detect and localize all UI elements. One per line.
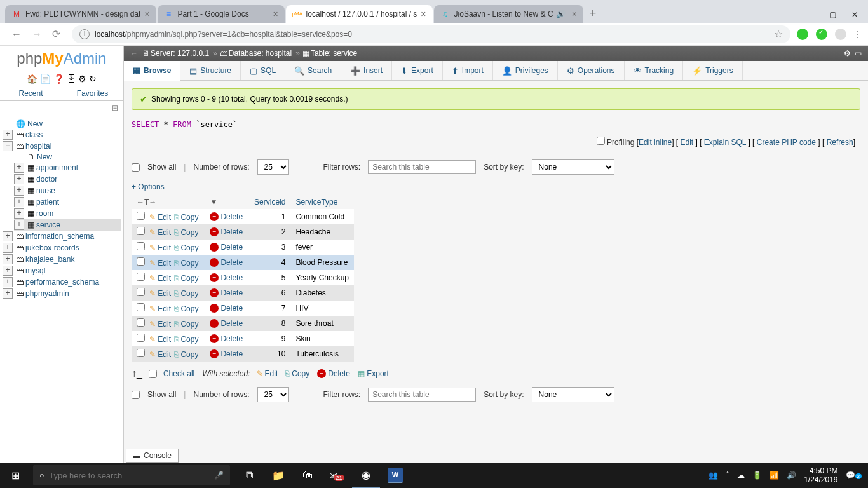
row-checkbox[interactable] bbox=[137, 334, 145, 342]
tab-export[interactable]: ⬇Export bbox=[392, 61, 443, 80]
tree-toggle-icon[interactable]: + bbox=[3, 254, 13, 264]
logout-icon[interactable]: 📄 bbox=[40, 74, 51, 84]
row-checkbox[interactable] bbox=[137, 227, 145, 235]
tree-table-nurse[interactable]: +▦nurse bbox=[14, 185, 121, 196]
close-window-button[interactable]: ✕ bbox=[851, 10, 858, 19]
edit-link[interactable]: Edit bbox=[680, 138, 693, 147]
delete-link[interactable]: Delete bbox=[220, 273, 243, 282]
forward-button[interactable]: → bbox=[27, 29, 47, 40]
bulk-delete[interactable]: Delete bbox=[328, 369, 350, 378]
tree-new[interactable]: 🌐New bbox=[3, 119, 121, 129]
refresh-link[interactable]: Refresh bbox=[827, 138, 853, 147]
tree-db-hospital[interactable]: −🗃hospital bbox=[3, 140, 121, 152]
row-checkbox[interactable] bbox=[137, 212, 145, 220]
copy-link[interactable]: Copy bbox=[180, 274, 198, 283]
tree-db-jukebox-records[interactable]: +🗃jukebox records bbox=[3, 242, 121, 254]
column-header-serviceid[interactable]: Serviceid bbox=[249, 195, 290, 209]
cell-serviceid[interactable]: 6 bbox=[249, 285, 290, 301]
tab-sql[interactable]: ▢SQL bbox=[241, 61, 285, 80]
tree-toggle-icon[interactable]: + bbox=[14, 186, 24, 196]
copy-link[interactable]: Copy bbox=[180, 304, 198, 313]
tree-db-phpmyadmin[interactable]: +🗃phpmyadmin bbox=[3, 288, 121, 299]
profile-avatar[interactable] bbox=[835, 29, 846, 40]
menu-icon[interactable]: ⋮ bbox=[854, 30, 862, 39]
tree-table-patient[interactable]: +▦patient bbox=[14, 196, 121, 208]
copy-link[interactable]: Copy bbox=[180, 335, 198, 344]
filter-input[interactable] bbox=[368, 160, 476, 174]
delete-link[interactable]: Delete bbox=[220, 349, 243, 358]
breadcrumb-server[interactable]: Server: 127.0.0.1 bbox=[151, 49, 209, 58]
copy-link[interactable]: Copy bbox=[180, 289, 198, 298]
tree-toggle-icon[interactable]: + bbox=[14, 174, 24, 184]
cell-servicetype[interactable]: Blood Pressure bbox=[290, 255, 354, 270]
tree-db-information_schema[interactable]: +🗃information_schema bbox=[3, 231, 121, 242]
edit-link[interactable]: Edit bbox=[158, 320, 171, 329]
options-toggle[interactable]: + Options bbox=[132, 182, 860, 191]
cell-servicetype[interactable]: fever bbox=[290, 240, 354, 255]
cell-serviceid[interactable]: 4 bbox=[249, 255, 290, 270]
tab-browse[interactable]: ▦Browse bbox=[124, 61, 180, 81]
tree-toggle-icon[interactable]: + bbox=[14, 220, 24, 230]
console-toggle[interactable]: ▬ Console bbox=[126, 449, 179, 463]
tree-toggle-icon[interactable]: + bbox=[14, 208, 24, 219]
tab-insert[interactable]: ➕Insert bbox=[341, 61, 392, 80]
tree-table-service[interactable]: +▦service bbox=[14, 219, 121, 231]
edit-link[interactable]: Edit bbox=[158, 289, 171, 298]
panel-handle-icon[interactable]: ← bbox=[130, 49, 138, 58]
minimize-button[interactable]: ─ bbox=[808, 10, 814, 19]
delete-link[interactable]: Delete bbox=[220, 227, 243, 236]
bulk-copy[interactable]: Copy bbox=[292, 369, 309, 378]
edit-link[interactable]: Edit bbox=[158, 335, 171, 344]
create-php-link[interactable]: Create PHP code bbox=[757, 138, 816, 147]
tab-structure[interactable]: ▤Structure bbox=[180, 61, 241, 80]
edit-link[interactable]: Edit bbox=[158, 274, 171, 283]
tree-toggle-icon[interactable]: − bbox=[3, 141, 13, 151]
copy-link[interactable]: Copy bbox=[180, 243, 198, 252]
cell-serviceid[interactable]: 5 bbox=[249, 270, 290, 285]
maximize-button[interactable]: ▢ bbox=[829, 10, 836, 19]
column-header-actions[interactable]: ←T→ bbox=[132, 195, 205, 209]
column-header-servicetype[interactable]: ServiceType bbox=[290, 195, 354, 209]
row-checkbox[interactable] bbox=[137, 349, 145, 357]
check-all-label[interactable]: Check all bbox=[163, 369, 194, 378]
gear-icon[interactable]: ⚙ bbox=[844, 49, 851, 58]
settings-icon[interactable]: ⚙ bbox=[78, 74, 86, 84]
row-checkbox[interactable] bbox=[137, 242, 145, 250]
breadcrumb-table[interactable]: Table: service bbox=[311, 49, 357, 58]
edit-link[interactable]: Edit bbox=[158, 228, 171, 237]
tree-db-khajalee_bank[interactable]: +🗃khajalee_bank bbox=[3, 254, 121, 265]
sql-icon[interactable]: 🗄 bbox=[67, 74, 76, 84]
cell-servicetype[interactable]: Diabetes bbox=[290, 285, 354, 301]
delete-link[interactable]: Delete bbox=[220, 288, 243, 297]
breadcrumb-db[interactable]: Database: hospital bbox=[229, 49, 292, 58]
close-icon[interactable]: × bbox=[572, 9, 577, 19]
delete-link[interactable]: Delete bbox=[220, 212, 243, 221]
delete-link[interactable]: Delete bbox=[220, 243, 243, 252]
collapse-icon[interactable]: ⊟ bbox=[112, 104, 118, 112]
url-bar[interactable]: i localhost/phpmyadmin/sql.php?server=1&… bbox=[72, 25, 790, 43]
cell-serviceid[interactable]: 1 bbox=[249, 209, 290, 224]
edit-inline-link[interactable]: Edit inline bbox=[639, 138, 672, 147]
tree-toggle-icon[interactable]: + bbox=[3, 288, 13, 299]
tree-table-room[interactable]: +▦room bbox=[14, 208, 121, 219]
tab-privileges[interactable]: 👤Privileges bbox=[493, 61, 558, 80]
copy-link[interactable]: Copy bbox=[180, 259, 198, 268]
edit-link[interactable]: Edit bbox=[158, 213, 171, 222]
bulk-export[interactable]: Export bbox=[367, 369, 389, 378]
tree-db-performance_schema[interactable]: +🗃performance_schema bbox=[3, 276, 121, 288]
num-rows-select[interactable]: 25 bbox=[257, 159, 289, 175]
extension-icon[interactable]: ✓ bbox=[816, 29, 827, 40]
tree-toggle-icon[interactable]: + bbox=[14, 197, 24, 207]
copy-link[interactable]: Copy bbox=[180, 350, 198, 359]
copy-link[interactable]: Copy bbox=[180, 320, 198, 329]
cell-servicetype[interactable]: Common Cold bbox=[290, 209, 354, 224]
sound-icon[interactable]: 🔊 bbox=[556, 10, 566, 18]
num-rows-select[interactable]: 25 bbox=[257, 387, 289, 402]
copy-link[interactable]: Copy bbox=[180, 213, 198, 222]
tree-toggle-icon[interactable]: + bbox=[3, 243, 13, 253]
show-all-checkbox[interactable] bbox=[132, 391, 140, 399]
delete-link[interactable]: Delete bbox=[220, 304, 243, 313]
reload-button[interactable]: ⟳ bbox=[47, 28, 65, 40]
reload-icon[interactable]: ↻ bbox=[89, 74, 97, 84]
new-tab-button[interactable]: + bbox=[585, 4, 602, 23]
